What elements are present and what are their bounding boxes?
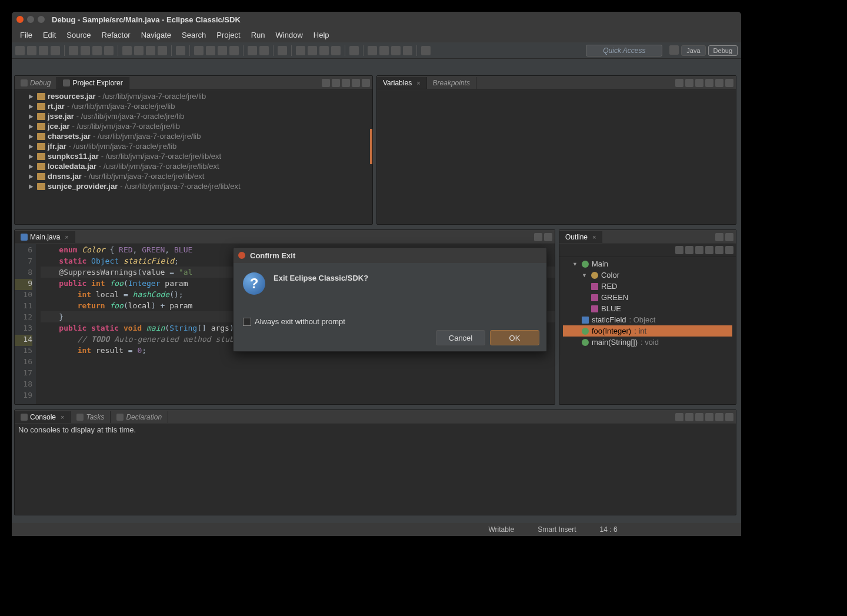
menu-help[interactable]: Help (309, 29, 334, 41)
hide-local-icon[interactable] (715, 246, 723, 254)
tree-item-jar[interactable]: ▶sunpkcs11.jar - /usr/lib/jvm/java-7-ora… (18, 151, 369, 161)
annotation-icon[interactable] (308, 46, 317, 55)
minimize-icon[interactable] (715, 79, 723, 87)
pin-icon[interactable] (349, 46, 359, 55)
step-return-icon[interactable] (146, 46, 155, 55)
collapse-icon[interactable] (695, 79, 703, 87)
dialog-close-icon[interactable] (238, 252, 245, 259)
tab-variables[interactable]: Variables× (377, 77, 427, 89)
tab-main-java[interactable]: Main.java× (15, 231, 75, 243)
maximize-icon[interactable] (725, 413, 733, 421)
ok-button[interactable]: OK (490, 330, 539, 345)
bookmark-icon[interactable] (331, 46, 341, 55)
maximize-icon[interactable] (725, 233, 733, 241)
coverage-icon[interactable] (218, 46, 227, 55)
new-package-icon[interactable] (259, 46, 269, 55)
close-icon[interactable]: × (61, 414, 64, 421)
chevron-right-icon[interactable]: ▶ (29, 183, 35, 189)
chevron-right-icon[interactable]: ▶ (29, 93, 35, 99)
open-console-icon[interactable] (695, 413, 703, 421)
perspective-java[interactable]: Java (681, 45, 705, 56)
tree-item-jar[interactable]: ▶jce.jar - /usr/lib/jvm/java-7-oracle/jr… (18, 121, 369, 131)
chevron-right-icon[interactable]: ▶ (29, 103, 35, 109)
quick-access-input[interactable]: Quick Access (586, 45, 662, 56)
save-all-icon[interactable] (39, 46, 48, 55)
task-icon[interactable] (319, 46, 329, 55)
chevron-right-icon[interactable]: ▶ (29, 123, 35, 129)
print-icon[interactable] (51, 46, 60, 55)
minimize-icon[interactable] (352, 79, 360, 87)
chevron-right-icon[interactable]: ▶ (29, 173, 35, 179)
close-icon[interactable]: × (65, 234, 68, 241)
link-editor-icon[interactable] (332, 79, 340, 87)
drop-frame-icon[interactable] (158, 46, 167, 55)
resume-icon[interactable] (69, 46, 78, 55)
display-console-icon[interactable] (685, 413, 693, 421)
forward-icon[interactable] (379, 46, 389, 55)
tab-tasks[interactable]: Tasks (71, 411, 111, 423)
tree-item-jar[interactable]: ▶jfr.jar - /usr/lib/jvm/java-7-oracle/jr… (18, 141, 369, 151)
hide-static-icon[interactable] (695, 246, 703, 254)
outline-enum-const[interactable]: GREEN (563, 292, 732, 303)
outline-enum[interactable]: ▼Color (563, 269, 732, 281)
chevron-right-icon[interactable]: ▶ (29, 153, 35, 159)
outline-tree[interactable]: ▼Main ▼Color RED GREEN BLUE staticField … (559, 257, 736, 404)
minimize-icon[interactable] (534, 233, 542, 241)
outline-enum-const[interactable]: BLUE (563, 303, 732, 314)
perspective-debug[interactable]: Debug (708, 45, 738, 56)
hide-nonpublic-icon[interactable] (705, 246, 713, 254)
step-over-icon[interactable] (134, 46, 144, 55)
run-icon[interactable] (206, 46, 215, 55)
step-into-icon[interactable] (122, 46, 132, 55)
more-icon[interactable] (421, 46, 431, 55)
tree-item-jar[interactable]: ▶rt.jar - /usr/lib/jvm/java-7-oracle/jre… (18, 101, 369, 111)
menu-project[interactable]: Project (212, 29, 245, 41)
view-menu-icon[interactable] (705, 413, 713, 421)
collapse-all-icon[interactable] (322, 79, 330, 87)
dialog-titlebar[interactable]: Confirm Exit (234, 248, 546, 263)
show-logical-icon[interactable] (685, 79, 693, 87)
cancel-button[interactable]: Cancel (436, 330, 485, 345)
close-icon[interactable]: × (592, 234, 596, 241)
maximize-icon[interactable] (362, 79, 370, 87)
minimize-icon[interactable] (715, 233, 723, 241)
last-edit-icon[interactable] (391, 46, 401, 55)
save-icon[interactable] (27, 46, 36, 55)
search-icon[interactable] (296, 46, 305, 55)
always-exit-checkbox[interactable]: Always exit without prompt (243, 317, 345, 326)
chevron-right-icon[interactable]: ▶ (29, 163, 35, 169)
focus-icon[interactable] (725, 246, 733, 254)
new-icon[interactable] (15, 46, 25, 55)
tree-item-jar[interactable]: ▶localedata.jar - /usr/lib/jvm/java-7-or… (18, 161, 369, 171)
open-perspective-icon[interactable] (669, 45, 679, 55)
maximize-icon[interactable] (544, 233, 552, 241)
tab-outline[interactable]: Outline× (559, 231, 602, 243)
tree-item-jar[interactable]: ▶dnsns.jar - /usr/lib/jvm/java-7-oracle/… (18, 171, 369, 181)
editor-gutter[interactable]: 6 7 8 9 10 11 12 13 14 15 16 17 18 19 (15, 244, 36, 404)
view-menu-icon[interactable] (342, 79, 350, 87)
scrollbar-mark[interactable] (370, 129, 372, 164)
outline-method-foo[interactable]: foo(Integer) : int (563, 325, 732, 337)
outline-method-main[interactable]: main(String[]) : void (563, 337, 732, 348)
menu-window[interactable]: Window (271, 29, 308, 41)
pin-console-icon[interactable] (675, 413, 683, 421)
disconnect-icon[interactable] (104, 46, 114, 55)
menu-run[interactable]: Run (246, 29, 270, 41)
ext-tools-icon[interactable] (229, 46, 239, 55)
back-icon[interactable] (368, 46, 377, 55)
tab-breakpoints[interactable]: Breakpoints (427, 77, 476, 89)
window-maximize-icon[interactable] (38, 16, 45, 23)
open-type-icon[interactable] (278, 46, 287, 55)
next-icon[interactable] (403, 46, 412, 55)
window-close-icon[interactable] (16, 16, 24, 23)
skip-breakpoints-icon[interactable] (176, 46, 185, 55)
outline-enum-const[interactable]: RED (563, 281, 732, 292)
close-icon[interactable]: × (416, 79, 420, 86)
checkbox-icon[interactable] (243, 318, 251, 326)
outline-field[interactable]: staticField : Object (563, 314, 732, 325)
tree-item-jar[interactable]: ▶sunjce_provider.jar - /usr/lib/jvm/java… (18, 181, 369, 191)
project-tree[interactable]: ▶resources.jar - /usr/lib/jvm/java-7-ora… (15, 90, 372, 224)
titlebar[interactable]: Debug - Sample/src/Main.java - Eclipse C… (12, 12, 741, 27)
tree-item-jar[interactable]: ▶jsse.jar - /usr/lib/jvm/java-7-oracle/j… (18, 111, 369, 121)
suspend-icon[interactable] (81, 46, 90, 55)
